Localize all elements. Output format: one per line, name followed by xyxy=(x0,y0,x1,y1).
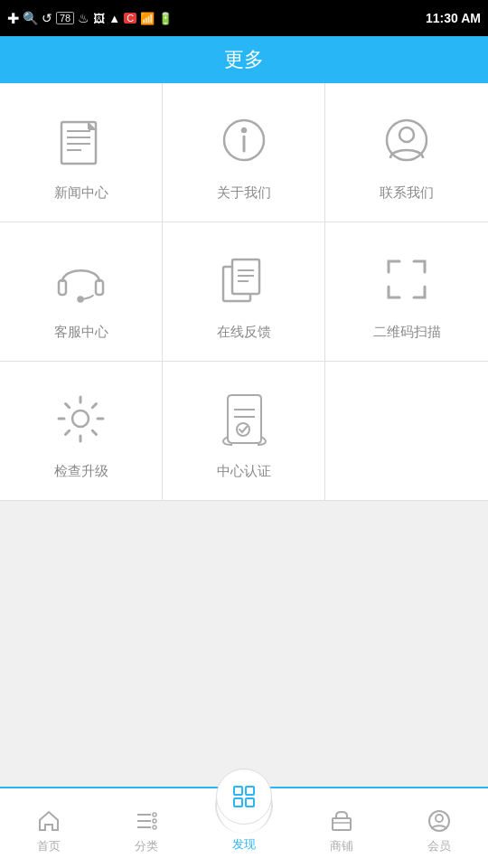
about-label: 关于我们 xyxy=(217,184,271,202)
shop-label: 商铺 xyxy=(330,838,353,854)
grid-item-qrcode[interactable]: 二维码扫描 xyxy=(325,222,488,362)
svg-rect-32 xyxy=(234,798,242,807)
discover-label: 发现 xyxy=(232,836,256,853)
svg-rect-30 xyxy=(234,787,242,795)
svg-rect-31 xyxy=(246,787,254,795)
page-title: 更多 xyxy=(224,46,264,73)
menu-grid: 新闻中心 关于我们 xyxy=(0,83,488,500)
category-icon xyxy=(133,807,160,835)
grid-item-upgrade[interactable]: 检查升级 xyxy=(0,362,163,500)
svg-rect-33 xyxy=(246,798,254,807)
status-icons: ✚ 🔍 ↺ 78 ♨ 🖼 ▲ C 📶 🔋 xyxy=(7,10,173,27)
svg-point-9 xyxy=(242,128,246,132)
news-icon xyxy=(50,108,113,172)
grid-item-about[interactable]: 关于我们 xyxy=(163,83,325,222)
discover-bubble xyxy=(216,769,272,825)
upgrade-label: 检查升级 xyxy=(54,463,108,480)
category-label: 分类 xyxy=(135,838,158,854)
svg-point-14 xyxy=(79,297,83,301)
info-icon xyxy=(212,108,276,172)
nav-item-member[interactable]: 会员 xyxy=(390,788,488,868)
page-content: 新闻中心 关于我们 xyxy=(0,83,488,787)
svg-point-29 xyxy=(153,826,156,829)
search-icon: 🔍 xyxy=(23,11,38,25)
contact-label: 联系我们 xyxy=(380,184,434,202)
discover-icon xyxy=(230,783,258,810)
steam-icon: ♨ xyxy=(78,11,89,25)
image-icon: 🖼 xyxy=(93,12,105,25)
svg-rect-12 xyxy=(59,280,66,295)
status-bar: ✚ 🔍 ↺ 78 ♨ 🖼 ▲ C 📶 🔋 11:30 AM xyxy=(0,0,488,36)
headset-icon xyxy=(50,248,113,311)
shop-icon xyxy=(328,807,355,835)
home-label: 首页 xyxy=(37,838,61,854)
refresh-icon: ↺ xyxy=(42,11,52,25)
qrcode-icon xyxy=(375,248,438,311)
time-display: 11:30 AM xyxy=(426,11,481,25)
grid-item-empty xyxy=(325,362,488,500)
c-badge: C xyxy=(124,13,136,24)
member-label: 会员 xyxy=(427,838,451,854)
svg-rect-34 xyxy=(333,818,351,830)
bottom-nav: 首页 分类 发现 xyxy=(0,787,488,868)
qrcode-label: 二维码扫描 xyxy=(373,324,441,341)
battery-icon: 🔋 xyxy=(158,12,173,25)
add-icon: ✚ xyxy=(7,10,19,27)
nav-item-home[interactable]: 首页 xyxy=(0,788,98,868)
nav-item-discover[interactable]: 发现 xyxy=(195,788,293,868)
certificate-icon xyxy=(212,387,276,450)
settings-icon xyxy=(50,387,113,450)
grid-item-customer[interactable]: 客服中心 xyxy=(0,222,163,362)
home-icon xyxy=(35,807,62,835)
svg-point-27 xyxy=(153,813,156,816)
grid-item-cert[interactable]: 中心认证 xyxy=(163,362,325,500)
svg-point-20 xyxy=(72,410,89,427)
document-icon xyxy=(212,248,276,311)
wifi-icon: ▲ xyxy=(108,12,120,25)
news-label: 新闻中心 xyxy=(54,184,108,202)
svg-point-28 xyxy=(153,819,156,823)
content-spacer xyxy=(0,501,488,787)
nav-item-category[interactable]: 分类 xyxy=(98,788,195,868)
svg-point-11 xyxy=(399,127,414,142)
header: 更多 xyxy=(0,36,488,83)
customer-label: 客服中心 xyxy=(54,324,108,341)
signal-icon: 📶 xyxy=(140,12,155,25)
nav-item-shop[interactable]: 商铺 xyxy=(293,788,390,868)
svg-rect-13 xyxy=(96,280,103,295)
member-icon xyxy=(426,807,453,835)
feedback-label: 在线反馈 xyxy=(217,324,271,341)
person-icon xyxy=(375,108,438,172)
menu-grid-container: 新闻中心 关于我们 xyxy=(0,83,488,501)
grid-item-feedback[interactable]: 在线反馈 xyxy=(163,222,325,362)
grid-item-contact[interactable]: 联系我们 xyxy=(325,83,488,222)
badge-78: 78 xyxy=(56,12,74,24)
svg-point-37 xyxy=(436,815,443,822)
cert-label: 中心认证 xyxy=(217,463,271,480)
grid-item-news[interactable]: 新闻中心 xyxy=(0,83,163,222)
